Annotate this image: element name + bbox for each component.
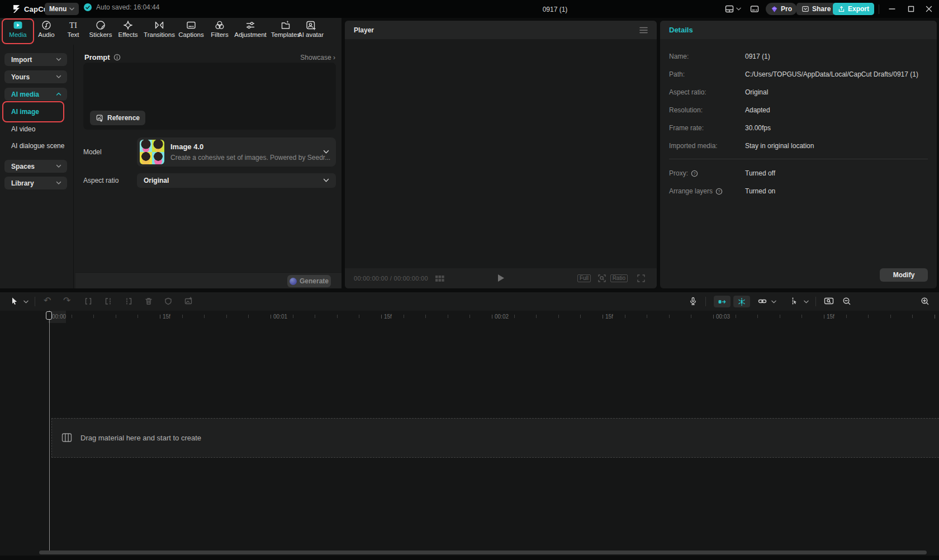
render-preview-icon[interactable]: [824, 297, 834, 306]
generate-label: Generate: [300, 277, 329, 285]
record-voiceover-button[interactable]: [689, 297, 698, 306]
close-button[interactable]: [924, 4, 933, 13]
sidebar-item-spaces[interactable]: Spaces: [4, 160, 67, 173]
export-still-icon[interactable]: [184, 297, 193, 306]
mask-icon[interactable]: [164, 297, 173, 306]
pro-button[interactable]: Pro: [766, 3, 797, 15]
playhead-handle[interactable]: [46, 311, 52, 320]
delete-left-button[interactable]: [104, 297, 113, 306]
select-tool-chevron-icon[interactable]: [23, 300, 29, 303]
select-tool-button[interactable]: [10, 297, 19, 306]
prompt-input[interactable]: Reference: [83, 63, 336, 130]
zoom-in-button[interactable]: [921, 297, 929, 306]
timeline-area: 00:0015f00:0115f00:0215f00:0315f Drag ma…: [0, 311, 939, 556]
fullscreen-icon[interactable]: [637, 274, 646, 283]
aspect-ratio-select[interactable]: Original: [137, 173, 336, 188]
delete-button[interactable]: [144, 297, 153, 306]
sidebar-item-ai-video[interactable]: AI video: [4, 122, 67, 135]
undo-button[interactable]: ↶: [44, 296, 51, 305]
track-drop-zone[interactable]: Drag material here and start to create: [51, 418, 939, 458]
full-badge[interactable]: Full: [577, 274, 591, 282]
ruler-tick: [558, 315, 559, 318]
fit-zoom-icon[interactable]: [597, 274, 606, 283]
timeline-ruler-ticks[interactable]: 00:0015f00:0115f00:0215f00:0315f: [0, 311, 939, 323]
detail-label: Frame rate:: [669, 124, 704, 132]
menu-button[interactable]: Menu: [45, 3, 79, 15]
reference-label: Reference: [107, 114, 140, 122]
export-button[interactable]: Export: [833, 3, 874, 15]
chevron-down-icon: [56, 75, 61, 79]
player-title: Player: [354, 26, 374, 34]
zoom-out-button[interactable]: [842, 297, 851, 306]
autosave-check-icon: [84, 3, 92, 11]
sidebar-item-yours[interactable]: Yours: [4, 70, 67, 83]
model-select[interactable]: Image 4.0 Create a cohesive set of image…: [137, 137, 336, 167]
snapping-toggle[interactable]: [733, 296, 750, 307]
link-chevron-icon[interactable]: [771, 300, 776, 303]
link-clips-icon[interactable]: [758, 297, 767, 306]
share-button[interactable]: Share: [796, 3, 836, 15]
preview-axis-chevron-icon[interactable]: [804, 300, 809, 303]
sidebar-item-import[interactable]: Import: [4, 53, 67, 66]
ruler-tick: [248, 315, 249, 318]
layout-chevron-icon[interactable]: [736, 7, 741, 11]
ruler-tick: [226, 315, 227, 318]
sidebar-divider: [73, 45, 74, 288]
ruler-label: 15f: [163, 314, 170, 320]
details-header: Details: [660, 21, 937, 39]
delete-right-button[interactable]: [124, 297, 133, 306]
pro-gem-icon: [771, 6, 778, 13]
sidebar-item-label: AI media: [11, 91, 39, 98]
ruler-tick: [580, 315, 581, 318]
ruler-tick: [691, 315, 691, 318]
details-title: Details: [669, 26, 693, 34]
ruler-label: 15f: [827, 314, 834, 320]
detail-label: Proxy: ?: [669, 169, 698, 177]
player-menu-icon[interactable]: [639, 27, 648, 34]
split-button[interactable]: [84, 297, 93, 306]
playhead-line[interactable]: [49, 311, 50, 551]
help-icon[interactable]: ?: [691, 170, 698, 177]
generate-button[interactable]: Generate: [287, 275, 331, 287]
preview-axis-icon[interactable]: [789, 297, 798, 306]
media-icon: [12, 20, 23, 31]
ruler-label: 00:02: [495, 314, 509, 320]
ruler-tick: [935, 315, 935, 319]
showcase-link[interactable]: Showcase ›: [291, 54, 335, 61]
drop-hint-text: Drag material here and start to create: [80, 434, 201, 442]
maximize-button[interactable]: [907, 4, 916, 13]
layout-panels-icon[interactable]: [724, 4, 734, 13]
sidebar-item-ai-dialogue-scene[interactable]: AI dialogue scene: [4, 139, 72, 152]
horizontal-scrollbar[interactable]: [39, 550, 927, 554]
detail-label: Resolution:: [669, 106, 703, 114]
auto-ripple-toggle[interactable]: [714, 296, 731, 307]
export-label: Export: [848, 5, 869, 13]
play-button[interactable]: [497, 274, 505, 282]
frame-preview-icon[interactable]: [435, 276, 444, 282]
help-icon[interactable]: ?: [715, 188, 723, 195]
ratio-badge[interactable]: Ratio: [610, 274, 628, 282]
detail-label: Imported media:: [669, 142, 718, 150]
ruler-tick: [802, 315, 802, 318]
minimize-button[interactable]: [888, 4, 897, 13]
sidebar-item-library[interactable]: Library: [4, 177, 67, 189]
sidebar-item-ai-media[interactable]: AI media: [4, 88, 67, 101]
sidebar-item-ai-image[interactable]: AI image: [4, 105, 67, 118]
sidebar-item-label: Yours: [11, 73, 30, 81]
adjustment-icon: [245, 20, 256, 31]
reference-button[interactable]: Reference: [90, 111, 145, 125]
detail-row-frame-rate: Frame rate: 30.00fps: [669, 124, 928, 133]
modify-button[interactable]: Modify: [880, 268, 928, 282]
aspect-ratio-value: Original: [144, 177, 169, 184]
caption-bar-icon[interactable]: [750, 4, 760, 13]
tab-ai-avatar[interactable]: AI avatar: [288, 20, 333, 38]
share-icon: [802, 5, 809, 13]
capcut-window: CapCut Menu Auto saved: 16:04:44 0917 (1…: [0, 0, 939, 560]
svg-text:?: ?: [718, 189, 720, 194]
detail-label: Name:: [669, 53, 689, 60]
chevron-down-icon: [56, 181, 61, 185]
sidebar-item-label: AI video: [11, 125, 35, 133]
svg-text:?: ?: [693, 171, 695, 176]
export-icon: [838, 6, 845, 13]
redo-button[interactable]: ↷: [63, 296, 70, 305]
